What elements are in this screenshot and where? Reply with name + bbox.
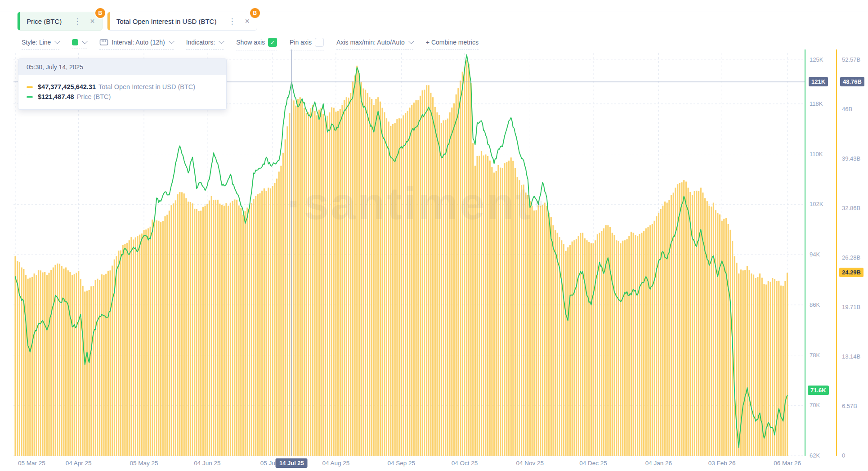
price-axis-line	[805, 49, 805, 456]
open-interest-axis-tick: 0	[842, 452, 845, 459]
color-swatch-dropdown[interactable]	[72, 39, 87, 49]
tooltip-series-name: Price (BTC)	[77, 93, 111, 100]
series-dash-icon	[27, 96, 33, 98]
x-axis-label: 05 May 25	[130, 460, 158, 467]
x-axis-label: 04 Apr 25	[66, 460, 92, 467]
open-interest-axis-tick: 19.71B	[842, 304, 860, 310]
chevron-down-icon	[55, 38, 61, 44]
tooltip-series-name: Total Open Interest in USD (BTC)	[98, 83, 195, 90]
show-axis-label: Show axis	[236, 39, 265, 46]
tab-accent-bar	[107, 12, 110, 30]
interval-dropdown[interactable]: Interval: Auto (12h)	[99, 39, 173, 49]
open-interest-axis-tick: 39.43B	[842, 155, 860, 162]
price-axis-tick: 86K	[810, 301, 820, 308]
open-interest-axis-tick: 6.57B	[842, 403, 857, 409]
tab-price-btc[interactable]: Price (BTC) ⋮ × B	[17, 12, 103, 31]
price-axis-tick: 70K	[810, 402, 820, 408]
bitcoin-badge-icon: B	[94, 7, 106, 19]
series-dash-icon	[27, 86, 33, 88]
chevron-down-icon	[408, 38, 414, 44]
open-interest-axis-tick: 52.57B	[842, 56, 860, 63]
chart-plot-area[interactable]	[13, 49, 805, 456]
interval-label: Interval: Auto (12h)	[112, 39, 165, 46]
show-axis-toggle[interactable]: Show axis ✓	[236, 38, 277, 50]
pin-axis-label: Pin axis	[290, 39, 312, 46]
price-last-value-badge: 71.6K	[808, 386, 829, 395]
pin-axis-checkbox[interactable]	[315, 38, 324, 47]
style-dropdown[interactable]: Style: Line	[22, 39, 59, 49]
open-interest-axis-tick: 26.28B	[842, 254, 860, 261]
chevron-down-icon	[82, 38, 88, 44]
santiment-chart-app: { "tabs": [ {"label": "Price (BTC)", "ac…	[0, 0, 868, 471]
metric-tabs: Price (BTC) ⋮ × B Total Open Interest in…	[17, 12, 257, 31]
color-swatch	[72, 39, 78, 45]
x-axis-label: 04 Aug 25	[322, 460, 349, 467]
chevron-down-icon	[219, 38, 224, 44]
tooltip-row-open-interest: $47,377,425,642.31 Total Open Interest i…	[27, 83, 218, 90]
price-crosshair-badge: 121K	[809, 77, 828, 86]
x-axis-label: 04 Jan 26	[645, 460, 672, 467]
tooltip-timestamp: 05:30, July 14, 2025	[18, 59, 226, 75]
tab-label: Total Open Interest in USD (BTC)	[116, 18, 217, 25]
x-axis-label: 03 Feb 26	[708, 460, 736, 467]
axis-maxmin-label: Axis max/min: Auto/Auto	[336, 39, 405, 46]
price-axis-tick: 102K	[810, 201, 823, 207]
price-axis-tick: 125K	[810, 56, 823, 63]
combine-metrics-label: + Combine metrics	[426, 39, 479, 46]
kebab-menu-icon[interactable]: ⋮	[72, 18, 83, 25]
x-axis-label: 05 Mar 25	[18, 460, 45, 467]
indicators-label: Indicators:	[186, 39, 215, 46]
interval-ruler-icon	[99, 39, 108, 46]
price-axis-tick: 118K	[810, 100, 823, 107]
open-interest-axis-tick: 13.14B	[842, 353, 860, 360]
x-axis-label: 04 Sep 25	[387, 460, 415, 467]
kebab-menu-icon[interactable]: ⋮	[226, 18, 237, 25]
chevron-down-icon	[169, 38, 174, 44]
axis-maxmin-dropdown[interactable]: Axis max/min: Auto/Auto	[336, 39, 413, 49]
pin-axis-toggle[interactable]: Pin axis	[290, 38, 324, 50]
chart-tooltip: 05:30, July 14, 2025 $47,377,425,642.31 …	[18, 58, 227, 110]
x-axis-label: 04 Oct 25	[452, 460, 478, 467]
tab-accent-bar	[18, 12, 20, 30]
tooltip-value: $47,377,425,642.31	[38, 83, 96, 90]
close-icon[interactable]: ×	[89, 17, 96, 25]
open-interest-axis-line	[836, 49, 837, 456]
open-interest-crosshair-badge: 48.76B	[840, 77, 864, 86]
x-axis-label: 04 Nov 25	[516, 460, 544, 467]
price-axis-tick: 62K	[810, 452, 820, 459]
price-axis-tick: 110K	[810, 151, 823, 157]
tooltip-value: $121,487.48	[38, 93, 74, 100]
tab-label: Price (BTC)	[27, 18, 62, 25]
tab-total-open-interest[interactable]: Total Open Interest in USD (BTC) ⋮ × B	[107, 12, 257, 31]
open-interest-axis-tick: 46B	[842, 106, 852, 112]
x-axis-label: 06 Mar 26	[774, 460, 801, 467]
price-axis-tick: 78K	[810, 352, 820, 359]
style-label: Style: Line	[22, 39, 51, 46]
price-axis-tick: 94K	[810, 251, 820, 258]
open-interest-axis-tick: 32.86B	[842, 205, 860, 211]
open-interest-last-value-badge: 24.29B	[839, 268, 864, 277]
tooltip-body: $47,377,425,642.31 Total Open Interest i…	[18, 75, 226, 109]
close-icon[interactable]: ×	[244, 17, 251, 25]
chart-toolbar: Style: Line Interval: Auto (12h) Indicat…	[22, 38, 479, 50]
crosshair-date-badge: 14 Jul 25	[276, 458, 308, 468]
indicators-dropdown[interactable]: Indicators:	[186, 39, 224, 49]
bitcoin-badge-icon: B	[249, 7, 261, 19]
tooltip-row-price: $121,487.48 Price (BTC)	[27, 93, 218, 100]
x-axis-label: 04 Dec 25	[579, 460, 607, 467]
show-axis-checkbox[interactable]: ✓	[268, 38, 277, 47]
x-axis-label: 04 Jun 25	[194, 460, 220, 467]
combine-metrics-button[interactable]: + Combine metrics	[426, 39, 479, 49]
